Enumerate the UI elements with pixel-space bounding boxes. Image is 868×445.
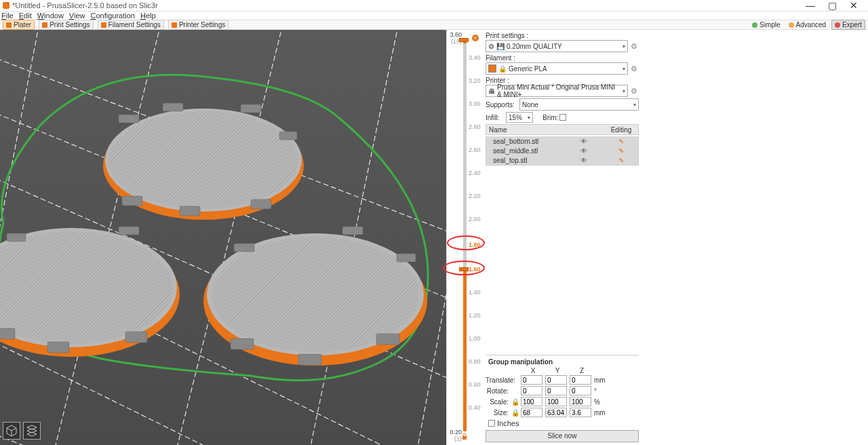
- app-icon: [3, 2, 9, 9]
- svg-rect-26: [119, 227, 139, 235]
- svg-rect-29: [125, 332, 147, 343]
- save-icon: 💾: [496, 43, 505, 50]
- filament-label: Filament :: [486, 54, 639, 62]
- menu-view[interactable]: View: [69, 12, 85, 20]
- svg-rect-28: [47, 342, 69, 353]
- filament-select[interactable]: 🔒 Generic PLA▾: [486, 62, 628, 75]
- filament-color-swatch: [488, 64, 496, 73]
- tab-filament-settings[interactable]: Filament Settings: [98, 20, 164, 30]
- size-y-input[interactable]: [545, 408, 567, 417]
- supports-select[interactable]: None▾: [519, 98, 639, 111]
- rotate-x-input[interactable]: [521, 386, 542, 395]
- svg-line-5: [0, 423, 353, 445]
- inches-checkbox[interactable]: [488, 420, 495, 427]
- svg-rect-38: [376, 334, 399, 345]
- slider-bottom-layers: (1): [448, 436, 462, 442]
- maximize-button[interactable]: ▢: [827, 0, 837, 11]
- lock-icon: 🔒: [498, 65, 507, 73]
- svg-rect-37: [298, 354, 321, 365]
- svg-rect-36: [231, 338, 254, 349]
- model-seal-middle[interactable]: [203, 227, 427, 366]
- svg-rect-25: [7, 233, 26, 241]
- gear-icon: ⚙: [488, 43, 494, 50]
- brim-label: Brim:: [542, 114, 558, 121]
- window-title: *Untitled - PrusaSlicer-2.5.0 based on S…: [12, 1, 806, 9]
- mode-simple[interactable]: Simple: [749, 20, 783, 30]
- printer-edit-icon[interactable]: ⚙: [629, 86, 639, 96]
- object-row[interactable]: seal_middle.stl 👁 ✎: [486, 146, 638, 155]
- blank-area: [642, 30, 868, 445]
- add-color-change-icon[interactable]: +: [471, 34, 479, 42]
- printer-icon: 🖶: [488, 88, 495, 95]
- tab-plater[interactable]: Plater: [3, 20, 35, 30]
- close-button[interactable]: ✕: [849, 0, 859, 11]
- model-seal-bottom[interactable]: [0, 227, 180, 357]
- menu-help[interactable]: Help: [140, 12, 156, 20]
- edit-icon[interactable]: ✎: [604, 147, 638, 155]
- size-lock-icon[interactable]: 🔒: [511, 409, 518, 417]
- sidebar: Print settings : ⚙ 💾 0.20mm QUALITY▾ ⚙ F…: [484, 30, 642, 445]
- scale-z-input[interactable]: [570, 397, 591, 406]
- slice-now-button[interactable]: Slice now: [486, 430, 639, 442]
- svg-rect-16: [163, 103, 183, 111]
- slider-bottom-value: 0.20: [448, 429, 462, 436]
- slider-handle-bottom[interactable]: [459, 267, 469, 271]
- print-settings-label: Print settings :: [486, 31, 639, 40]
- scale-lock-icon[interactable]: 🔒: [511, 398, 518, 406]
- scale-x-input[interactable]: [521, 397, 542, 406]
- scale-y-input[interactable]: [545, 397, 567, 406]
- svg-text:+: +: [473, 35, 477, 41]
- view-cube-icon[interactable]: [3, 422, 20, 440]
- svg-rect-41: [462, 436, 467, 440]
- print-settings-edit-icon[interactable]: ⚙: [629, 41, 639, 51]
- object-list: seal_bottom.stl 👁 ✎ seal_middle.stl 👁 ✎ …: [486, 136, 639, 166]
- svg-rect-35: [397, 254, 416, 262]
- tab-printer-settings[interactable]: Printer Settings: [168, 20, 229, 30]
- menu-file[interactable]: File: [1, 12, 14, 20]
- menu-configuration[interactable]: Configuration: [91, 12, 135, 20]
- slider-lock-icon[interactable]: [460, 433, 469, 441]
- svg-rect-18: [279, 132, 297, 140]
- edit-icon[interactable]: ✎: [604, 157, 638, 164]
- minimize-button[interactable]: —: [806, 0, 815, 11]
- menu-edit[interactable]: Edit: [19, 12, 32, 20]
- supports-label: Supports:: [486, 101, 518, 109]
- layer-slider[interactable]: 3.60 (18) + 3.40 3.20 3.00 2.80 2.60 2.4…: [446, 30, 484, 445]
- rotate-z-input[interactable]: [570, 386, 591, 395]
- layers-view-icon[interactable]: [23, 422, 41, 440]
- svg-rect-33: [234, 244, 254, 252]
- object-row[interactable]: seal_top.stl 👁 ✎: [486, 155, 638, 165]
- titlebar: *Untitled - PrusaSlicer-2.5.0 based on S…: [0, 0, 868, 12]
- menu-window[interactable]: Window: [37, 12, 64, 20]
- svg-rect-20: [180, 206, 200, 216]
- model-seal-top[interactable]: [103, 103, 304, 220]
- rotate-y-input[interactable]: [545, 386, 567, 395]
- eye-icon[interactable]: 👁: [564, 138, 604, 145]
- svg-rect-17: [241, 104, 261, 113]
- translate-z-input[interactable]: [570, 375, 591, 385]
- mode-advanced[interactable]: Advanced: [786, 20, 829, 30]
- brim-checkbox[interactable]: [559, 114, 566, 121]
- tab-print-settings[interactable]: Print Settings: [39, 20, 93, 30]
- translate-y-input[interactable]: [545, 375, 567, 385]
- slider-handle-top[interactable]: [459, 38, 469, 42]
- infill-select[interactable]: 15%▾: [506, 112, 533, 123]
- eye-icon[interactable]: 👁: [564, 157, 604, 164]
- svg-line-8: [163, 30, 285, 445]
- eye-icon[interactable]: 👁: [564, 147, 604, 155]
- slider-top-value: 3.60: [450, 31, 462, 38]
- mode-expert[interactable]: Expert: [831, 20, 865, 30]
- svg-rect-27: [0, 328, 15, 339]
- svg-rect-34: [342, 227, 363, 235]
- 3d-viewport[interactable]: [0, 30, 446, 445]
- size-x-input[interactable]: [521, 408, 542, 417]
- svg-rect-21: [251, 199, 271, 209]
- edit-icon[interactable]: ✎: [604, 138, 638, 145]
- object-row[interactable]: seal_bottom.stl 👁 ✎: [486, 136, 638, 146]
- translate-x-input[interactable]: [521, 375, 542, 385]
- size-z-input[interactable]: [570, 408, 591, 417]
- printer-select[interactable]: 🖶 Prusa Mini Actual * Original Prusa MIN…: [486, 85, 628, 97]
- filament-edit-icon[interactable]: ⚙: [629, 64, 639, 73]
- print-settings-select[interactable]: ⚙ 💾 0.20mm QUALITY▾: [486, 40, 628, 52]
- menubar: File Edit Window View Configuration Help: [0, 12, 868, 20]
